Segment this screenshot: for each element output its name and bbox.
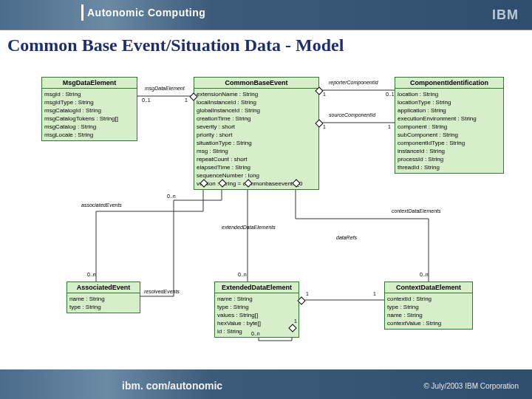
- attr: type : String: [69, 303, 137, 311]
- cardinality: 1: [294, 318, 297, 324]
- footer-link: ibm. com/autonomic: [122, 380, 222, 392]
- footer-copyright: © July/2003 IBM Corporation: [423, 382, 519, 390]
- page-title: Common Base Event/Situation Data - Model: [7, 35, 344, 55]
- slide: Autonomic Computing IBM Common Base Even…: [0, 0, 532, 399]
- attr: type : String: [387, 303, 470, 311]
- attr: name : String: [69, 295, 137, 303]
- attr: repeatCount : short: [197, 155, 316, 163]
- class-title: ComponentIdentification: [395, 78, 503, 89]
- header-accent-bar: [81, 4, 83, 21]
- header-rule: [0, 30, 532, 30]
- cardinality: 1: [323, 92, 326, 97]
- cardinality: 0..n: [420, 272, 429, 277]
- class-body: name : String type : String: [67, 293, 140, 313]
- attr: extensionName : String: [197, 90, 316, 98]
- header: Autonomic Computing IBM: [0, 0, 532, 30]
- assoc-label: contextDataElements: [392, 208, 441, 214]
- class-title: ContextDataElement: [385, 282, 472, 293]
- class-box-componentidentification: ComponentIdentification location : Strin…: [395, 77, 504, 174]
- assoc-label: reporterComponentId: [329, 80, 378, 85]
- cardinality: 1: [185, 98, 188, 103]
- cardinality: 0..n: [238, 272, 247, 277]
- cardinality: 1: [323, 124, 326, 129]
- uml-diagram: MsgDataElement msgId : String msgIdType …: [0, 64, 532, 369]
- attr: creationTime : String: [197, 115, 316, 123]
- assoc-label: extendedDataElements: [222, 225, 276, 230]
- class-box-commonbaseevent: CommonBaseEvent extensionName : String l…: [194, 77, 319, 190]
- attr: msgCatalogId : String: [44, 106, 134, 115]
- class-body: location : String locationType : String …: [395, 89, 503, 173]
- class-box-msgdataelement: MsgDataElement msgId : String msgIdType …: [41, 77, 137, 141]
- attr: componentIdType : String: [398, 139, 501, 147]
- attr: type : String: [217, 303, 296, 311]
- class-box-extendeddataelement: ExtendedDataElement name : String type :…: [214, 282, 299, 338]
- cardinality: 0..1: [142, 98, 151, 103]
- attr: name : String: [387, 311, 470, 319]
- attr: instanceId : String: [398, 147, 501, 155]
- cardinality: 1: [306, 291, 309, 296]
- attr: msg : String: [197, 147, 316, 155]
- class-title: MsgDataElement: [42, 78, 137, 89]
- cardinality: 1: [373, 291, 376, 296]
- header-title: Autonomic Computing: [87, 7, 205, 18]
- attr: subComponent : String: [398, 131, 501, 139]
- footer: ibm. com/autonomic © July/2003 IBM Corpo…: [0, 369, 532, 399]
- cardinality: 1: [388, 124, 391, 129]
- attr: msgIdType : String: [44, 98, 134, 106]
- attr: values : String[]: [217, 311, 296, 319]
- class-body: contextId : String type : String name : …: [385, 293, 472, 329]
- cardinality: 0..1: [386, 92, 395, 97]
- class-box-contextdataelement: ContextDataElement contextId : String ty…: [384, 282, 473, 330]
- class-title: CommonBaseEvent: [194, 78, 318, 89]
- attr: sequenceNumber : long: [197, 171, 316, 180]
- attr: msgId : String: [44, 90, 134, 98]
- class-title: ExtendedDataElement: [215, 282, 299, 293]
- assoc-label: sourceComponentId: [329, 112, 375, 117]
- attr: component : String: [398, 123, 501, 131]
- attr: executionEnvironment : String: [398, 115, 501, 123]
- attr: contextId : String: [387, 295, 470, 303]
- assoc-label: msgDataElement: [145, 86, 185, 91]
- class-title: AssociatedEvent: [67, 282, 140, 293]
- attr: threadId : String: [398, 163, 501, 171]
- cardinality: 0..n: [167, 194, 176, 199]
- attr: globalInstanceId : String: [197, 106, 316, 115]
- attr: hexValue : byte[]: [217, 319, 296, 327]
- attr: location : String: [398, 90, 501, 98]
- cardinality: 0..n: [87, 272, 96, 277]
- header-title-wrap: Autonomic Computing: [87, 6, 205, 19]
- attr: locationType : String: [398, 98, 501, 106]
- attr: msgCatalog : String: [44, 123, 134, 131]
- attr: application : String: [398, 106, 501, 115]
- class-body: msgId : String msgIdType : String msgCat…: [42, 89, 137, 140]
- attr: priority : short: [197, 131, 316, 139]
- assoc-label: associatedEvents: [81, 202, 122, 208]
- attr: situationType : String: [197, 139, 316, 147]
- attr: localInstanceId : String: [197, 98, 316, 106]
- cardinality: 0..n: [251, 331, 260, 336]
- ibm-logo: IBM: [492, 7, 519, 23]
- attr: contextValue : String: [387, 319, 470, 327]
- class-box-associatedevent: AssociatedEvent name : String type : Str…: [66, 282, 140, 313]
- attr: name : String: [217, 295, 296, 303]
- class-body: extensionName : String localInstanceId :…: [194, 89, 318, 189]
- attr: processId : String: [398, 155, 501, 163]
- attr: msgLocale : String: [44, 131, 134, 139]
- assoc-label: dataRefs: [336, 235, 357, 240]
- attr: severity : short: [197, 123, 316, 131]
- attr: elapsedTime : String: [197, 163, 316, 171]
- attr: msgCatalogTokens : String[]: [44, 115, 134, 123]
- assoc-label: resolvedEvents: [144, 289, 180, 294]
